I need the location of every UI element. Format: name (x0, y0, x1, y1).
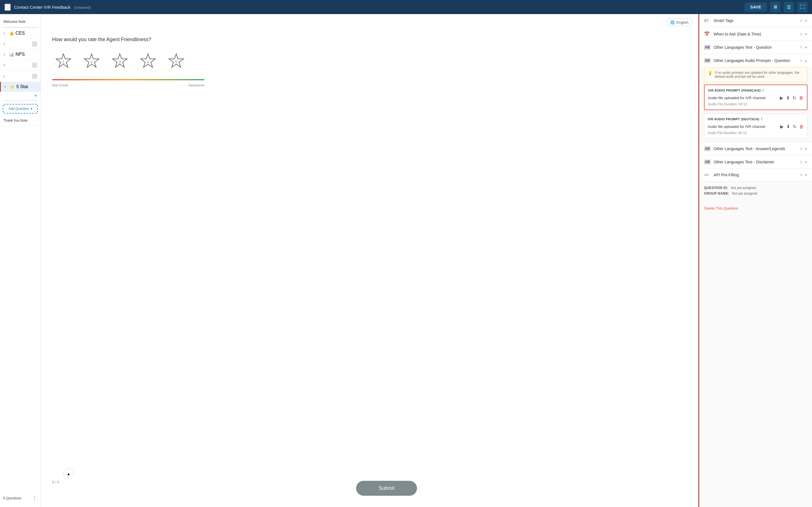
star-1[interactable]: 1 (52, 51, 75, 73)
scroll-up-button[interactable]: ▲ (63, 469, 73, 479)
other-lang-disclaimer-section: AB Other Languages Text - Disclaimer ℹ (700, 156, 812, 169)
smart-tags-chevron (805, 18, 808, 22)
hierarchy-icon-button[interactable]: ⛶ (797, 2, 808, 12)
other-lang-audio-info-icon[interactable]: ℹ (801, 59, 802, 62)
menu-icon-button[interactable]: ☰ (784, 2, 794, 12)
pagination-text: 6 / 6 (52, 480, 59, 484)
when-to-ask-title: When to Ask (Date & Time) (714, 32, 798, 36)
star-icon: ⭐ (10, 84, 15, 89)
other-lang-audio-header[interactable]: AB Other Languages Audio Prompts - Quest… (700, 54, 812, 67)
star-2[interactable]: 2 (80, 51, 103, 73)
francais-refresh-button[interactable]: ↻ (793, 95, 796, 101)
francais-delete-button[interactable]: 🗑 (799, 96, 804, 101)
other-lang-audio-icon: AB (704, 58, 711, 63)
smart-tags-info-icon[interactable]: ℹ (801, 18, 802, 22)
warning-text: If no audio prompts are updated for othe… (715, 71, 804, 78)
other-lang-answer-icon: AB (704, 146, 711, 151)
other-lang-text-header[interactable]: AB Other Languages Text - Question ℹ (700, 41, 812, 54)
other-lang-text-info-icon[interactable]: ℹ (801, 45, 802, 49)
other-lang-text-title: Other Languages Text - Question (714, 45, 798, 50)
deutsch-refresh-button[interactable]: ↻ (793, 124, 797, 129)
unsaved-label: (Unsaved) (74, 5, 91, 10)
francais-info-icon[interactable]: ℹ (762, 89, 764, 93)
group-name-row: GROUP NAME: Not yet assigned (704, 191, 808, 195)
sidebar-divider-1 (3, 27, 37, 28)
chevron-up-icon: ▲ (66, 472, 70, 476)
rating-label-right: Awesome (188, 83, 204, 87)
deutsch-download-button[interactable]: ⬇ (786, 124, 790, 129)
star-4[interactable]: 4 (137, 51, 159, 73)
francais-download-button[interactable]: ⬇ (786, 95, 790, 101)
deutsch-file-row: Audio file uploaded for IVR channel ▶ ⬇ … (708, 124, 804, 129)
submit-button[interactable]: Submit (356, 481, 417, 496)
question-id-label: QUESTION ID: (704, 186, 728, 190)
deutsch-file-label: Audio file uploaded for IVR channel (708, 124, 780, 129)
deutsch-info-icon[interactable]: ℹ (761, 117, 763, 121)
deutsch-play-button[interactable]: ▶ (780, 124, 783, 129)
nps-label: NPS (15, 52, 25, 57)
sidebar-item-6-5star[interactable]: 6 ⭐ 5 Star (0, 82, 41, 92)
other-lang-disclaimer-chevron (805, 160, 808, 164)
api-prefilling-title: API Pre-Filling (714, 173, 798, 177)
sidebar-footer-menu[interactable]: ⋮ (32, 495, 37, 501)
francais-duration: Audio File Duration: 00:13 (708, 102, 804, 106)
when-to-ask-info-icon[interactable]: ℹ (801, 32, 802, 36)
smart-tags-header[interactable]: 🏷 Smart Tags ℹ (700, 14, 812, 27)
rating-labels: Not Great Awesome (52, 83, 204, 87)
sidebar-item-welcome-note[interactable]: Welcome Note (0, 17, 41, 27)
when-to-ask-header[interactable]: 📅 When to Ask (Date & Time) ℹ (700, 27, 812, 41)
monitor-icon-button[interactable]: 🖥 (770, 2, 780, 12)
question-num-1: 1 (3, 32, 7, 35)
ces-label: CES (15, 31, 25, 36)
smart-tags-section: 🏷 Smart Tags ℹ (700, 14, 812, 27)
francais-play-button[interactable]: ▶ (780, 95, 783, 101)
other-lang-answer-chevron (805, 147, 808, 151)
other-lang-answer-header[interactable]: AB Other Languages Text - Answer/Legends… (700, 142, 812, 155)
warning-icon: 💡 (708, 71, 712, 78)
star-5[interactable]: 5 (165, 51, 188, 73)
francais-title: IVR AUDIO PROMPT (FRANÇAIS) ℹ (708, 89, 804, 93)
deutsch-delete-button[interactable]: 🗑 (799, 124, 804, 129)
add-item-plus-button[interactable]: + (34, 93, 37, 99)
sidebar-item-1-ces[interactable]: 1 👍 CES (0, 29, 41, 38)
francais-audio-actions: ▶ ⬇ ↻ 🗑 (780, 95, 804, 101)
other-lang-text-section: AB Other Languages Text - Question ℹ (700, 41, 812, 54)
other-lang-audio-title: Other Languages Audio Prompts - Question (714, 58, 798, 63)
star-3[interactable]: 3 (109, 51, 131, 73)
question-num-5: 5 (3, 75, 7, 78)
other-lang-disclaimer-header[interactable]: AB Other Languages Text - Disclaimer ℹ (700, 156, 812, 168)
question-text: How would you rate the Agent Friendlines… (52, 37, 687, 43)
api-prefilling-chevron (805, 173, 808, 177)
sidebar-item-4[interactable]: 4 (0, 59, 41, 71)
question-id-value: Not yet assigned (731, 186, 756, 190)
deutsch-title-text: IVR AUDIO PROMPT (DEUTSCH) (708, 117, 759, 121)
other-lang-audio-section: AB Other Languages Audio Prompts - Quest… (700, 54, 812, 142)
api-prefilling-info-icon[interactable]: ℹ (801, 173, 802, 177)
delete-question-link[interactable]: Delete This Question (700, 202, 812, 215)
sidebar-item-3-nps[interactable]: 3 📊 NPS (0, 50, 41, 59)
svg-text:3: 3 (119, 60, 121, 64)
question-4-icon (32, 62, 37, 68)
api-prefilling-header[interactable]: </> API Pre-Filling ℹ (700, 169, 812, 181)
sidebar-item-5[interactable]: 5 (0, 71, 41, 82)
other-lang-answer-section: AB Other Languages Text - Answer/Legends… (700, 142, 812, 156)
sidebar-item-2[interactable]: 2 (0, 38, 41, 50)
svg-text:1: 1 (62, 60, 64, 64)
back-icon: ← (5, 4, 10, 10)
sidebar-item-thank-you-note[interactable]: Thank You Note (0, 116, 41, 126)
question-num-6: 6 (4, 85, 8, 89)
add-question-chevron: ▾ (31, 107, 32, 111)
francais-prompt-box: IVR AUDIO PROMPT (FRANÇAIS) ℹ Audio file… (704, 84, 808, 110)
sidebar-footer: 6 Questions ⋮ (0, 492, 41, 504)
language-badge[interactable]: 🌐 English (666, 18, 693, 26)
other-lang-answer-info-icon[interactable]: ℹ (801, 147, 802, 151)
smart-tags-icon: 🏷 (704, 18, 711, 23)
group-name-label: GROUP NAME: (704, 191, 729, 195)
other-lang-disclaimer-info-icon[interactable]: ℹ (801, 160, 802, 164)
save-button[interactable]: SAVE (745, 3, 767, 11)
svg-text:2: 2 (91, 60, 93, 64)
add-question-button[interactable]: Add Question ▾ (3, 104, 38, 114)
back-button[interactable]: ← (4, 4, 11, 11)
francais-title-text: IVR AUDIO PROMPT (FRANÇAIS) (708, 89, 761, 92)
other-lang-disclaimer-title: Other Languages Text - Disclaimer (714, 160, 798, 164)
